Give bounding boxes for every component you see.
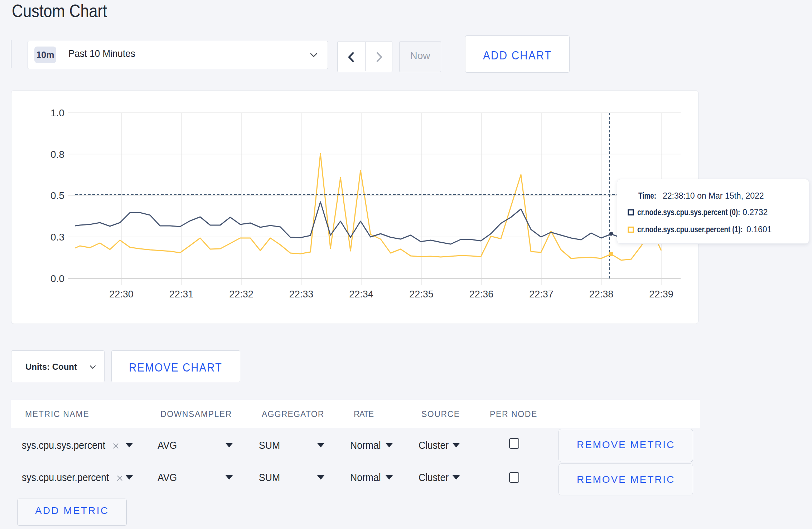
svg-text:22:37: 22:37 <box>529 289 554 300</box>
svg-text:22:36: 22:36 <box>469 289 494 300</box>
svg-text:1.0: 1.0 <box>50 107 64 118</box>
svg-text:0.5: 0.5 <box>50 190 64 201</box>
svg-text:22:38: 22:38 <box>589 289 614 300</box>
svg-text:0.3: 0.3 <box>50 232 64 243</box>
svg-text:0.0: 0.0 <box>50 273 64 284</box>
svg-text:22:33: 22:33 <box>289 289 314 300</box>
svg-text:22:34: 22:34 <box>349 289 373 300</box>
svg-text:0.8: 0.8 <box>50 149 64 160</box>
svg-text:22:35: 22:35 <box>409 289 434 300</box>
svg-text:22:32: 22:32 <box>229 289 253 300</box>
svg-text:22:31: 22:31 <box>169 289 194 300</box>
svg-text:22:39: 22:39 <box>649 289 673 300</box>
svg-text:22:30: 22:30 <box>109 289 134 300</box>
